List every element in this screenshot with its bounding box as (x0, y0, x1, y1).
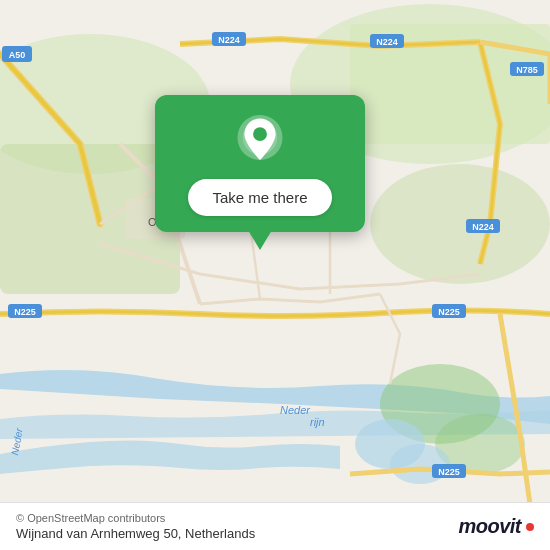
svg-text:N224: N224 (472, 222, 494, 232)
svg-text:rijn: rijn (310, 416, 325, 428)
moovit-logo-text: moovit (458, 515, 521, 538)
location-pin-icon (234, 115, 286, 167)
svg-point-33 (253, 127, 267, 141)
moovit-dot (526, 523, 534, 531)
svg-text:N225: N225 (438, 467, 460, 477)
bottom-left: © OpenStreetMap contributors Wijnand van… (16, 512, 255, 541)
svg-text:N225: N225 (438, 307, 460, 317)
attribution: © OpenStreetMap contributors (16, 512, 255, 524)
svg-point-4 (370, 164, 550, 284)
address-text: Wijnand van Arnhemweg 50, Netherlands (16, 526, 255, 541)
svg-text:N224: N224 (218, 35, 240, 45)
map-container: A50 N224 N224 N224 N785 N225 N225 N225 O… (0, 0, 550, 550)
moovit-logo: moovit (458, 515, 534, 538)
bottom-bar: © OpenStreetMap contributors Wijnand van… (0, 502, 550, 550)
take-me-there-button[interactable]: Take me there (188, 179, 331, 216)
svg-text:Neder: Neder (280, 404, 311, 416)
svg-text:N785: N785 (516, 65, 538, 75)
popup-card: Take me there (155, 95, 365, 232)
svg-text:N225: N225 (14, 307, 36, 317)
svg-text:N224: N224 (376, 37, 398, 47)
map-background: A50 N224 N224 N224 N785 N225 N225 N225 O… (0, 0, 550, 550)
svg-text:A50: A50 (9, 50, 26, 60)
